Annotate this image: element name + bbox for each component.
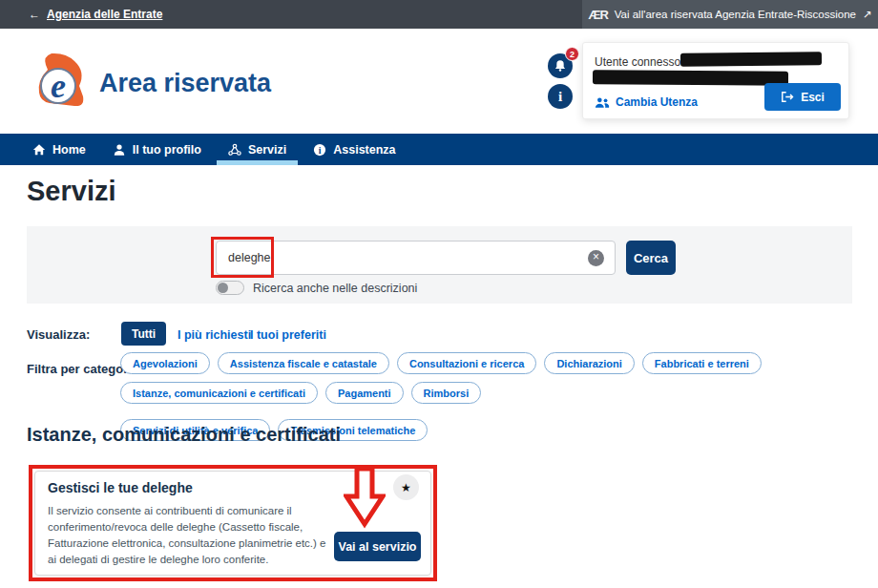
nav-item-profile[interactable]: Il tuo profilo xyxy=(101,134,213,165)
category-pill[interactable]: Fabbricati e terreni xyxy=(642,352,762,374)
logout-icon xyxy=(781,91,794,103)
nav-item-home[interactable]: Home xyxy=(21,134,97,165)
toggle-label: Ricerca anche nelle descrizioni xyxy=(253,282,417,295)
clear-search-icon[interactable]: × xyxy=(588,250,604,266)
category-pill[interactable]: Assistenza fiscale e catastale xyxy=(218,352,389,374)
aer-link-label: Vai all'area riservata Agenzia Entrate-R… xyxy=(615,9,856,20)
star-icon: ★ xyxy=(401,481,411,494)
description-search-toggle[interactable] xyxy=(216,281,244,295)
home-icon xyxy=(32,143,46,157)
area-riservata-page: ← Agenzia delle Entrate ÆR Vai all'area … xyxy=(0,0,878,588)
nav-label: Il tuo profilo xyxy=(133,143,201,157)
external-link-icon: ↗ xyxy=(863,8,872,21)
notification-badge: 2 xyxy=(565,47,579,61)
category-pill[interactable]: Rimborsi xyxy=(411,382,482,404)
svg-text:i: i xyxy=(319,144,322,155)
back-to-agenzia-link[interactable]: ← Agenzia delle Entrate xyxy=(29,8,162,21)
aer-reserved-area-link[interactable]: ÆR Vai all'area riservata Agenzia Entrat… xyxy=(582,0,878,29)
svg-text:e: e xyxy=(51,67,66,105)
go-to-service-button[interactable]: Vai al servizio xyxy=(334,532,421,561)
nav-item-servizi[interactable]: Servizi xyxy=(217,134,298,165)
nav-label: Home xyxy=(52,143,86,157)
visualizza-label: Visualizza: xyxy=(27,327,90,342)
redacted-user-code xyxy=(593,70,788,85)
category-pill[interactable]: Pagamenti xyxy=(325,382,404,404)
notifications-button[interactable]: 2 xyxy=(548,53,573,78)
search-button[interactable]: Cerca xyxy=(626,241,676,275)
user-panel: Utente connesso: Cambia Utenza Esci xyxy=(582,42,849,119)
logout-label: Esci xyxy=(801,91,825,104)
services-icon xyxy=(228,143,241,157)
page-title: Servizi xyxy=(27,176,116,207)
nav-item-assistenza[interactable]: i Assistenza xyxy=(302,134,407,165)
main-navigation: Home Il tuo profilo Servizi i Assistenza xyxy=(0,134,878,165)
category-pill[interactable]: Istanze, comunicazioni e certificati xyxy=(120,382,318,404)
redacted-user-name xyxy=(680,52,822,67)
nav-label: Servizi xyxy=(248,143,286,157)
filter-piu-richiesti-link[interactable]: I più richiesti xyxy=(178,328,251,342)
back-link-label: Agenzia delle Entrate xyxy=(47,8,162,21)
service-card-title[interactable]: Gestisci le tue deleghe xyxy=(48,480,193,495)
description-search-toggle-row: Ricerca anche nelle descrizioni xyxy=(216,281,417,295)
filter-tutti-button[interactable]: Tutti xyxy=(121,322,166,346)
service-card-description: Il servizio consente ai contribuenti di … xyxy=(48,503,336,568)
back-arrow-icon: ← xyxy=(29,8,40,21)
aer-logo: ÆR xyxy=(588,8,607,22)
favorite-star-button[interactable]: ★ xyxy=(393,474,419,500)
info-icon: i xyxy=(558,89,562,105)
agenzia-entrate-logo-icon: e xyxy=(29,50,90,116)
agenzia-entrate-logo[interactable]: e xyxy=(29,50,90,116)
toggle-knob xyxy=(218,283,228,293)
logout-button[interactable]: Esci xyxy=(764,83,841,111)
category-pill[interactable]: Agevolazioni xyxy=(120,352,210,374)
change-user-link[interactable]: Cambia Utenza xyxy=(595,95,698,109)
info-button[interactable]: i xyxy=(548,84,573,109)
assistance-info-icon: i xyxy=(313,143,326,157)
change-user-label: Cambia Utenza xyxy=(616,95,698,109)
nav-label: Assistenza xyxy=(333,143,395,157)
filter-tuoi-preferiti-link[interactable]: I tuoi preferiti xyxy=(250,328,326,342)
user-connected-label: Utente connesso: xyxy=(595,55,683,69)
users-icon xyxy=(595,96,610,109)
top-utility-bar: ← Agenzia delle Entrate ÆR Vai all'area … xyxy=(0,0,878,29)
section-title: Istanze, comunicazioni e certificati xyxy=(27,424,341,446)
category-pill[interactable]: Dichiarazioni xyxy=(544,352,634,374)
category-pill[interactable]: Consultazioni e ricerca xyxy=(397,352,536,374)
search-input[interactable] xyxy=(216,241,616,275)
page-app-title: Area riservata xyxy=(99,69,271,98)
user-icon xyxy=(113,143,126,157)
